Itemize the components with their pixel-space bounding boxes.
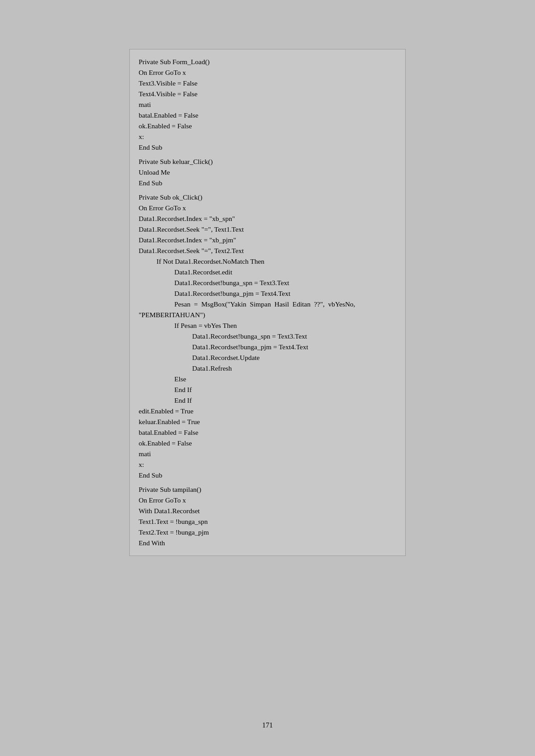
code-line: "PEMBERITAHUAN"): [139, 310, 396, 320]
code-line: Text1.Text = !bunga_spn: [139, 516, 396, 527]
code-line: Private Sub Form_Load(): [139, 57, 396, 67]
code-box: Private Sub Form_Load() On Error GoTo x …: [129, 49, 406, 556]
code-line: Text2.Text = !bunga_pjm: [139, 527, 396, 538]
code-line: Data1.Recordset!bunga_pjm = Text4.Text: [139, 342, 396, 352]
code-line: Data1.Recordset!bunga_spn = Text3.Text: [139, 278, 396, 288]
code-line: On Error GoTo x: [139, 203, 396, 213]
code-line: Private Sub ok_Click(): [139, 192, 396, 203]
code-line: Data1.Recordset!bunga_pjm = Text4.Text: [139, 288, 396, 299]
code-line: Data1.Recordset.Seek "=", Text1.Text: [139, 224, 396, 235]
code-line: If Pesan = vbYes Then: [139, 320, 396, 331]
code-line: If Not Data1.Recordset.NoMatch Then: [139, 256, 396, 267]
code-line: Text3.Visible = False: [139, 78, 396, 89]
code-line: End If: [139, 384, 396, 395]
code-line: End With: [139, 538, 396, 548]
code-line: On Error GoTo x: [139, 67, 396, 78]
code-line: End Sub: [139, 470, 396, 481]
code-line: End Sub: [139, 142, 396, 153]
code-line: keluar.Enabled = True: [139, 417, 396, 427]
code-line: x:: [139, 459, 396, 470]
code-line: mati: [139, 449, 396, 459]
code-line: End If: [139, 395, 396, 406]
code-line: Data1.Recordset.Index = "xb_pjm": [139, 235, 396, 245]
code-line: End Sub: [139, 178, 396, 188]
code-line: Data1.Recordset!bunga_spn = Text3.Text: [139, 331, 396, 342]
page-number: 171: [262, 721, 273, 729]
code-line: Private Sub keluar_Click(): [139, 156, 396, 167]
code-line: Text4.Visible = False: [139, 89, 396, 99]
code-line: mati: [139, 99, 396, 110]
code-line: Private Sub tampilan(): [139, 484, 396, 495]
code-line: edit.Enabled = True: [139, 406, 396, 417]
code-line: Data1.Recordset.Seek "=", Text2.Text: [139, 245, 396, 256]
blank-line: [139, 153, 396, 156]
blank-line: [139, 481, 396, 484]
code-line: Unload Me: [139, 167, 396, 178]
code-line: Data1.Refresh: [139, 363, 396, 374]
code-line: Else: [139, 374, 396, 384]
code-line: ok.Enabled = False: [139, 438, 396, 449]
code-line: batal.Enabled = False: [139, 110, 396, 121]
code-line: With Data1.Recordset: [139, 506, 396, 516]
code-line: x:: [139, 131, 396, 142]
code-line: Pesan = MsgBox("Yakin Simpan Hasil Edita…: [139, 299, 396, 310]
code-line: batal.Enabled = False: [139, 427, 396, 438]
code-line: Data1.Recordset.Index = "xb_spn": [139, 213, 396, 224]
code-line: Data1.Recordset.Update: [139, 352, 396, 363]
code-line: ok.Enabled = False: [139, 121, 396, 131]
code-line: On Error GoTo x: [139, 495, 396, 506]
page-container: Private Sub Form_Load() On Error GoTo x …: [0, 0, 535, 756]
code-line: Data1.Recordset.edit: [139, 267, 396, 278]
blank-line: [139, 188, 396, 192]
